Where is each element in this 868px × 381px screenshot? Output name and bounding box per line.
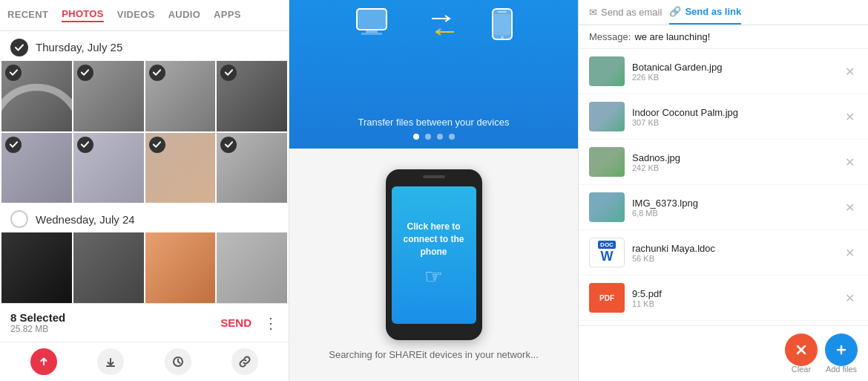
clear-button-group: Clear: [785, 333, 818, 374]
remove-file-button[interactable]: ✕: [842, 243, 858, 263]
remove-file-button[interactable]: ✕: [842, 107, 858, 127]
tabs-bar: RECENT PHOTOS VIDEOS AUDIO APPS: [0, 0, 289, 31]
file-item: Sadnos.jpg 242 KB ✕: [579, 140, 868, 185]
dot-1[interactable]: [413, 134, 419, 140]
photo-thumb[interactable]: [145, 61, 216, 131]
phone-screen: Click here to connect to the phone ☞: [392, 186, 476, 324]
tab-recent[interactable]: RECENT: [7, 9, 48, 22]
svg-rect-4: [366, 30, 378, 33]
photo-check: [149, 65, 165, 81]
photo-thumb[interactable]: [1, 133, 72, 203]
phone-banner: Transfer files between your devices: [289, 0, 578, 149]
bottom-actions: SEND ⋮: [220, 314, 278, 332]
action-bar: Clear Add files: [579, 325, 868, 381]
photo-thumb[interactable]: [1, 232, 72, 303]
file-name: rachunki Maya.ldoc: [632, 243, 835, 254]
file-item: PDF 9:5.pdf 11 KB ✕: [579, 276, 868, 321]
file-list: Botanical Garden.jpg 226 KB ✕ Indoor Coc…: [579, 49, 868, 325]
message-value: we are launching!: [634, 31, 710, 42]
download-icon-button[interactable]: [97, 348, 124, 375]
send-tabs: ✉ Send as email 🔗 Send as link: [579, 0, 868, 25]
photo-thumb[interactable]: [73, 232, 144, 303]
phone-mockup[interactable]: Click here to connect to the phone ☞: [386, 169, 482, 340]
send-link-label: Send as link: [685, 6, 741, 17]
dot-2[interactable]: [425, 134, 431, 140]
file-info: Indoor Coconut Palm.jpg 307 KB: [632, 107, 835, 127]
svg-rect-5: [361, 33, 382, 35]
photo-check: [77, 65, 93, 81]
photo-thumb[interactable]: [217, 61, 287, 131]
photo-thumb[interactable]: [73, 61, 144, 131]
tab-photos[interactable]: PHOTOS: [62, 8, 103, 22]
photo-thumb[interactable]: [217, 133, 287, 203]
phone-area: Click here to connect to the phone ☞ Sea…: [289, 149, 578, 381]
link-icon: 🔗: [669, 6, 681, 17]
photo-thumb[interactable]: [145, 232, 216, 303]
remove-file-button[interactable]: ✕: [842, 62, 858, 82]
photo-check: [220, 137, 237, 153]
date-check-thu[interactable]: [10, 39, 28, 56]
photo-thumb[interactable]: [217, 232, 287, 303]
banner-icons: [354, 7, 513, 41]
svg-point-9: [501, 36, 504, 39]
carousel-dots: [413, 134, 455, 140]
add-files-button-group: Add files: [825, 333, 858, 374]
file-thumb: DOC W: [589, 238, 625, 267]
tab-apps[interactable]: APPS: [214, 9, 241, 22]
date-label-wed: Wednesday, July 24: [36, 213, 135, 226]
file-name: 9:5.pdf: [632, 288, 835, 299]
clear-button[interactable]: [785, 333, 818, 366]
file-item: Botanical Garden.jpg 226 KB ✕: [579, 49, 868, 94]
file-info: IMG_6373.lpng 6,8 MB: [632, 198, 835, 218]
file-size: 242 KB: [632, 163, 835, 172]
file-name: Sadnos.jpg: [632, 152, 835, 163]
tab-send-link[interactable]: 🔗 Send as link: [669, 6, 741, 25]
dot-4[interactable]: [449, 134, 455, 140]
file-size: 56 KB: [632, 254, 835, 263]
clear-label: Clear: [792, 365, 811, 374]
searching-text: Searching for SHAREit devices in your ne…: [329, 349, 539, 360]
send-button[interactable]: SEND: [220, 316, 251, 329]
photo-grid-thu: [0, 61, 289, 203]
right-panel: ✉ Send as email 🔗 Send as link Message: …: [579, 0, 868, 381]
date-check-wed[interactable]: [10, 210, 28, 228]
remove-file-button[interactable]: ✕: [842, 198, 858, 218]
remove-file-button[interactable]: ✕: [842, 152, 858, 172]
photo-thumb[interactable]: [1, 61, 72, 131]
upload-icon-button[interactable]: [30, 348, 57, 375]
photo-check: [149, 137, 165, 153]
banner-title: Transfer files between your devices: [358, 117, 509, 128]
selected-count: 8 Selected: [10, 311, 65, 324]
selected-info: 8 Selected 25.82 MB: [10, 311, 65, 334]
tab-audio[interactable]: AUDIO: [168, 9, 200, 22]
left-panel: RECENT PHOTOS VIDEOS AUDIO APPS Thursday…: [0, 0, 289, 381]
file-info: 9:5.pdf 11 KB: [632, 288, 835, 308]
file-size: 226 KB: [632, 73, 835, 82]
hand-touch-icon: ☞: [424, 264, 443, 289]
photo-check: [220, 65, 237, 81]
file-thumb: PDF: [589, 283, 625, 313]
tab-videos[interactable]: VIDEOS: [117, 9, 155, 22]
message-row: Message: we are launching!: [579, 25, 868, 49]
dot-3[interactable]: [437, 134, 443, 140]
file-item: IMG_6373.lpng 6,8 MB ✕: [579, 185, 868, 230]
svg-rect-3: [357, 9, 387, 30]
file-name: IMG_6373.lpng: [632, 198, 835, 209]
file-thumb: [589, 102, 625, 131]
link-icon-button[interactable]: [231, 348, 258, 375]
photo-thumb[interactable]: [145, 133, 216, 203]
remove-file-button[interactable]: ✕: [842, 288, 858, 308]
photo-thumb[interactable]: [73, 133, 144, 203]
tab-send-email[interactable]: ✉ Send as email: [589, 7, 662, 24]
bottom-bar: 8 Selected 25.82 MB SEND ⋮: [0, 303, 289, 342]
phone-notch: [423, 175, 445, 178]
file-thumb: [589, 56, 625, 86]
selected-size: 25.82 MB: [10, 324, 65, 334]
history-icon-button[interactable]: [165, 348, 191, 375]
bottom-icons-bar: [0, 342, 289, 381]
file-item: DOC W rachunki Maya.ldoc 56 KB ✕: [579, 230, 868, 276]
add-files-button[interactable]: [825, 333, 858, 366]
message-label: Message:: [589, 31, 631, 42]
more-options-button[interactable]: ⋮: [263, 314, 278, 332]
file-info: Sadnos.jpg 242 KB: [632, 152, 835, 172]
